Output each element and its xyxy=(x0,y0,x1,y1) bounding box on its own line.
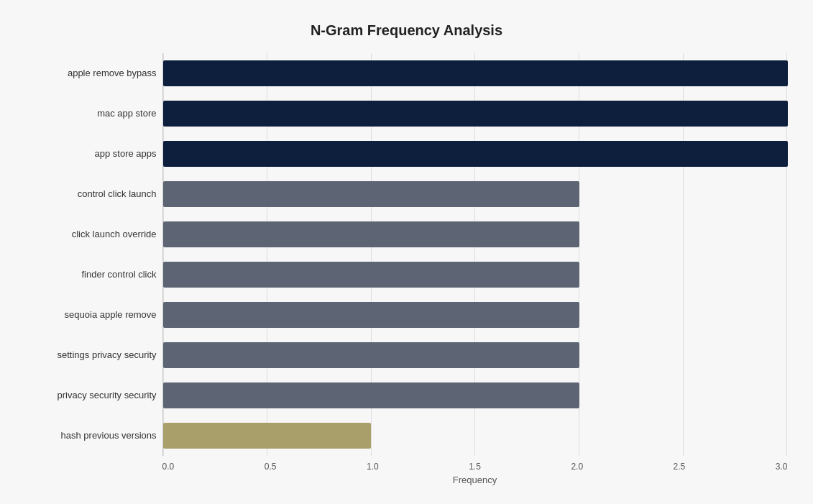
x-axis-label: Frequency xyxy=(162,475,788,485)
bar-row xyxy=(163,178,788,211)
y-axis-label: privacy security security xyxy=(26,377,157,413)
bar-row xyxy=(163,258,788,291)
plot-area xyxy=(162,53,788,456)
x-tick: 3.0 xyxy=(776,462,788,472)
bar xyxy=(163,141,788,167)
y-axis-label: settings privacy security xyxy=(26,337,157,373)
chart-title: N-Gram Frequency Analysis xyxy=(26,22,788,39)
bar-row xyxy=(163,97,788,130)
x-axis: 0.00.51.01.52.02.53.0 xyxy=(162,462,788,472)
bar-row xyxy=(163,339,788,372)
bar-row xyxy=(163,298,788,331)
y-axis: apple remove bypassmac app storeapp stor… xyxy=(26,53,162,456)
bar-row xyxy=(163,379,788,412)
y-axis-label: mac app store xyxy=(26,96,157,132)
chart-container: N-Gram Frequency Analysis apple remove b… xyxy=(12,8,802,497)
y-axis-label: apple remove bypass xyxy=(26,55,157,91)
y-axis-label: control click launch xyxy=(26,176,157,212)
bar xyxy=(163,181,579,207)
x-tick: 2.0 xyxy=(571,462,583,472)
bar xyxy=(163,60,788,86)
bar-row xyxy=(163,137,788,170)
chart-area: apple remove bypassmac app storeapp stor… xyxy=(26,53,788,456)
bar xyxy=(163,101,788,127)
x-tick: 1.0 xyxy=(367,462,379,472)
x-tick: 0.0 xyxy=(162,462,175,472)
bar-row xyxy=(163,419,788,452)
bar xyxy=(163,342,579,368)
y-axis-label: app store apps xyxy=(26,136,157,172)
bar xyxy=(163,423,372,449)
bar-row xyxy=(163,218,788,251)
bar xyxy=(163,302,579,328)
y-axis-label: hash previous versions xyxy=(26,418,157,454)
bar xyxy=(163,221,579,247)
x-tick: 1.5 xyxy=(469,462,481,472)
bar xyxy=(163,382,579,408)
x-tick: 2.5 xyxy=(674,462,686,472)
y-axis-label: click launch override xyxy=(26,216,157,252)
y-axis-label: finder control click xyxy=(26,257,157,293)
x-tick: 0.5 xyxy=(265,462,277,472)
bar-row xyxy=(163,57,788,90)
bar xyxy=(163,262,579,288)
y-axis-label: sequoia apple remove xyxy=(26,297,157,333)
